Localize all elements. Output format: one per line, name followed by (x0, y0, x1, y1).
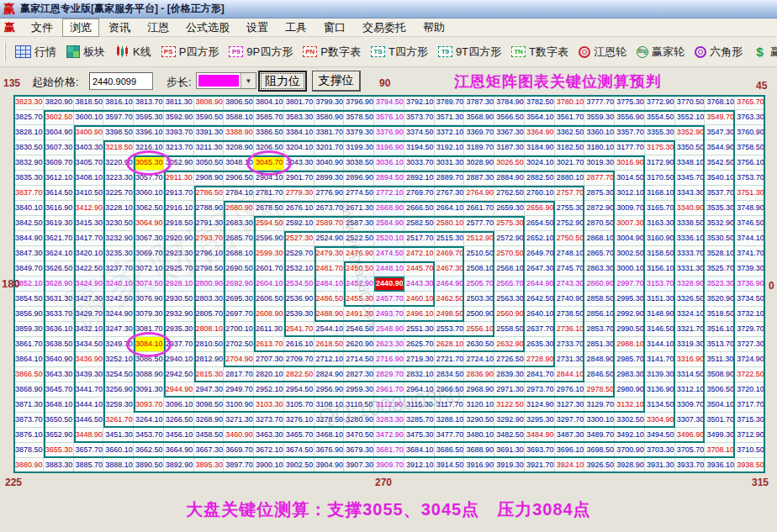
matrix-cell: 3352.90 (675, 125, 706, 140)
matrix-cell: 3792.10 (404, 95, 435, 110)
menu-item-工具[interactable]: 工具 (278, 18, 314, 37)
toolbar-button-板块[interactable]: 板块 (66, 45, 105, 60)
matrix-cell: 2779.30 (284, 186, 314, 201)
toolbar-button-江恩轮[interactable]: 江恩轮 (579, 45, 626, 60)
matrix-cell: 2539.30 (284, 307, 314, 322)
menu-item-交易委托[interactable]: 交易委托 (355, 18, 414, 37)
matrix-cell: 3775.30 (615, 95, 645, 110)
matrix-cell: 3753.70 (735, 171, 765, 186)
toolbar-button-T数字表[interactable]: TNT数字表 (511, 45, 568, 60)
matrix-cell: 3355.30 (645, 125, 675, 140)
menu-item-公式选股[interactable]: 公式选股 (178, 18, 237, 37)
matrix-cell: 3837.70 (13, 186, 44, 201)
matrix-cell: 3835.30 (13, 171, 44, 186)
matrix-cell: 3458.50 (194, 428, 225, 443)
toolbar-button-9T四方形[interactable]: T99T四方形 (438, 45, 501, 60)
matrix-cell: 3892.90 (164, 458, 194, 473)
matrix-cell: 3820.90 (44, 95, 74, 110)
winner-service-icon: $ (753, 45, 767, 58)
matrix-cell: 2757.70 (555, 186, 585, 201)
toolbar-label: P数字表 (320, 45, 361, 60)
combobox-arrow-icon[interactable]: ▼ (240, 73, 256, 88)
matrix-cell: 2474.50 (374, 246, 404, 261)
step-combobox[interactable]: ▼ (196, 72, 256, 89)
matrix-cell: 3580.90 (314, 110, 345, 125)
matrix-cell: 2587.30 (344, 216, 374, 231)
matrix-cell: 3724.90 (735, 352, 765, 367)
matrix-cell: 3028.90 (464, 155, 494, 171)
matrix-cell: 3081.70 (134, 322, 164, 337)
current-price-cell: 2440.90 (374, 277, 404, 292)
matrix-cell: 2829.70 (374, 367, 404, 382)
toolbar-button-赢家服务[interactable]: $赢家服务 (753, 45, 777, 60)
start-price-label: 起始价格: (32, 75, 79, 90)
matrix-cell: 3542.50 (705, 155, 735, 171)
matrix-cell: 3801.70 (284, 95, 314, 110)
matrix-cell: 2532.10 (284, 261, 314, 277)
menu-item-资讯[interactable]: 资讯 (101, 18, 138, 37)
matrix-cell: 3163.30 (645, 216, 675, 231)
toolbar-button-P四方形[interactable]: PSP四方形 (161, 45, 219, 60)
matrix-cell: 2464.90 (435, 277, 465, 292)
support-button[interactable]: 支撑位 (312, 71, 361, 92)
matrix-cell: 3861.70 (13, 337, 44, 352)
matrix-cell: 3386.50 (254, 125, 284, 140)
matrix-cell: 2724.10 (464, 352, 494, 367)
matrix-cell: 3616.90 (44, 201, 74, 216)
matrix-cell: 3261.70 (103, 413, 134, 428)
matrix-cell: 3444.10 (74, 398, 104, 413)
matrix-cell: 3933.70 (675, 458, 706, 473)
menu-item-帮助[interactable]: 帮助 (415, 18, 452, 37)
matrix-cell: 3547.30 (705, 125, 735, 140)
matrix-cell: 3532.90 (705, 216, 735, 231)
matrix-cell: 3172.90 (645, 155, 675, 171)
matrix-cell: 2481.70 (314, 261, 345, 277)
matrix-cell: 3343.30 (675, 186, 706, 201)
menu-item-设置[interactable]: 设置 (239, 18, 276, 37)
matrix-cell: 3508.90 (705, 367, 735, 382)
matrix-cell: 2896.90 (344, 171, 374, 186)
toolbar-button-P数字表[interactable]: PNP数字表 (303, 45, 361, 60)
matrix-cell: 2524.90 (314, 231, 345, 246)
matrix-cell: 3228.10 (103, 201, 134, 216)
angle-label-225: 225 (5, 477, 22, 488)
matrix-cell: 3645.70 (44, 382, 74, 398)
toolbar-button-行情[interactable]: 行情 (15, 45, 56, 60)
matrix-cell: 3146.50 (645, 322, 675, 337)
matrix-cell: 3108.10 (314, 398, 345, 413)
resistance-button[interactable]: 阻力位 (258, 71, 307, 92)
menu-item-文件[interactable]: 文件 (24, 18, 61, 37)
matrix-cell: 3667.30 (194, 443, 225, 458)
matrix-cell: 2863.30 (584, 261, 615, 277)
matrix-cell: 3530.50 (705, 231, 735, 246)
toolbar-button-9P四方形[interactable]: P99P四方形 (229, 45, 293, 60)
matrix-cell: 3434.50 (74, 337, 104, 352)
matrix-cell: 2808.10 (194, 322, 225, 337)
matrix-cell: 3854.50 (13, 292, 44, 307)
matrix-cell: 2560.90 (494, 307, 525, 322)
start-price-input[interactable] (89, 72, 153, 90)
toolbar-button-T四方形[interactable]: TST四方形 (371, 45, 428, 60)
matrix-cell: 3501.70 (705, 413, 735, 428)
matrix-cell: 3019.30 (584, 155, 615, 171)
matrix-cell: 2880.10 (555, 171, 585, 186)
menu-item-窗口[interactable]: 窗口 (316, 18, 353, 37)
matrix-cell: 2534.50 (284, 277, 314, 292)
matrix-cell: 3535.30 (705, 201, 735, 216)
toolbar-button-K线[interactable]: K线 (115, 45, 151, 60)
matrix-cell: 2815.30 (194, 367, 225, 382)
matrix-cell: 3520.90 (705, 292, 735, 307)
matrix-cell: 2613.70 (254, 337, 284, 352)
menu-item-江恩[interactable]: 江恩 (140, 18, 177, 37)
matrix-cell: 3180.10 (584, 140, 615, 155)
toolbar-button-六角形[interactable]: 六角形 (695, 45, 743, 60)
matrix-cell: 3211.30 (194, 140, 225, 155)
matrix-cell: 3204.10 (284, 140, 314, 155)
matrix-cell: 2992.90 (615, 307, 645, 322)
matrix-cell: 3136.90 (645, 382, 675, 398)
matrix-cell: 3064.90 (134, 216, 164, 231)
matrix-cell: 3415.30 (74, 216, 104, 231)
menu-item-浏览[interactable]: 浏览 (62, 18, 99, 37)
toolbar-button-赢家轮[interactable]: Big赢家轮 (637, 45, 684, 60)
matrix-cell: 3573.70 (404, 110, 435, 125)
